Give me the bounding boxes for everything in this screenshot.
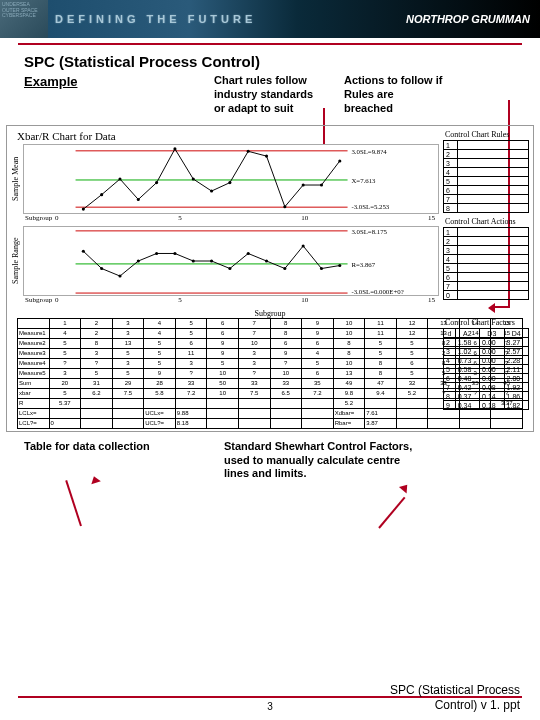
svg-point-31 bbox=[210, 260, 213, 263]
factors-box: Control Chart Factors dA2D3D421.580.003.… bbox=[443, 318, 529, 410]
svg-point-25 bbox=[100, 267, 103, 270]
annotation-table: Table for data collection bbox=[24, 440, 194, 481]
range-xaxis: Subgroup 051015 bbox=[11, 296, 439, 304]
brand-logo: NORTHROP GRUMMAN bbox=[406, 13, 530, 25]
annotation-rules: Chart rules follow industry standards or… bbox=[214, 74, 324, 115]
range-ylabel: Sample Range bbox=[11, 226, 23, 296]
svg-point-28 bbox=[155, 252, 158, 255]
svg-text:3.0SL=8.175: 3.0SL=8.175 bbox=[351, 228, 387, 235]
subtitle: Example bbox=[24, 74, 194, 115]
svg-point-30 bbox=[192, 260, 195, 263]
xbar-plot: 3.0SL=9.8?4 X=7.613 -3.0SL=5.253 bbox=[23, 144, 439, 214]
banner-tagline: DEFINING THE FUTURE bbox=[55, 13, 256, 25]
svg-point-26 bbox=[118, 275, 121, 278]
page-title: SPC (Statistical Process Control) bbox=[24, 53, 516, 70]
svg-point-6 bbox=[137, 198, 140, 201]
svg-point-9 bbox=[192, 178, 195, 181]
svg-point-14 bbox=[283, 205, 286, 208]
rules-box: Control Chart Rules 12345678 bbox=[443, 130, 529, 213]
arrow-factors bbox=[378, 497, 405, 529]
source-file: SPC (Statistical Process Control) v 1. p… bbox=[390, 683, 520, 712]
svg-point-3 bbox=[82, 208, 85, 211]
chart-title: Xbar/R Chart for Data bbox=[17, 130, 439, 142]
svg-point-13 bbox=[265, 155, 268, 158]
svg-point-33 bbox=[247, 252, 250, 255]
svg-text:X=7.613: X=7.613 bbox=[351, 177, 376, 184]
svg-point-8 bbox=[173, 148, 176, 151]
svg-point-29 bbox=[173, 252, 176, 255]
svg-point-38 bbox=[338, 264, 341, 267]
arrow-table bbox=[65, 480, 82, 526]
svg-text:-3.0SL=0.000E+0?: -3.0SL=0.000E+0? bbox=[351, 288, 403, 295]
arrow-factors-head bbox=[399, 482, 411, 494]
svg-point-34 bbox=[265, 260, 268, 263]
svg-point-35 bbox=[283, 267, 286, 270]
svg-point-12 bbox=[247, 150, 250, 153]
footer: 3 SPC (Statistical Process Control) v 1.… bbox=[0, 696, 540, 712]
svg-text:R=3.867: R=3.867 bbox=[351, 261, 375, 268]
banner-side-text: UNDERSEA OUTER SPACE CYBERSPACE bbox=[0, 0, 48, 38]
svg-point-5 bbox=[118, 178, 121, 181]
range-chart: Sample Range 3.0SL=8.175 R=3.867 -3.0SL=… bbox=[11, 226, 439, 296]
annotation-factors: Standard Shewhart Control Factors, used … bbox=[224, 440, 414, 481]
svg-point-4 bbox=[100, 193, 103, 196]
svg-point-15 bbox=[302, 184, 305, 187]
svg-point-7 bbox=[155, 181, 158, 184]
xbar-chart: Sample Mean 3.0SL=9.8?4 X=7.613 -3.0SL=5… bbox=[11, 144, 439, 214]
svg-point-36 bbox=[302, 245, 305, 248]
svg-point-16 bbox=[320, 184, 323, 187]
svg-text:3.0SL=9.8?4: 3.0SL=9.8?4 bbox=[351, 148, 387, 155]
arrow-table-head bbox=[89, 475, 101, 485]
svg-point-10 bbox=[210, 190, 213, 193]
svg-point-37 bbox=[320, 267, 323, 270]
svg-point-32 bbox=[228, 267, 231, 270]
range-plot: 3.0SL=8.175 R=3.867 -3.0SL=0.000E+0? bbox=[23, 226, 439, 296]
annotation-actions: Actions to follow if Rules are breached bbox=[344, 74, 444, 115]
actions-box: Control Chart Actions 12345670 bbox=[443, 217, 529, 300]
xbar-ylabel: Sample Mean bbox=[11, 144, 23, 214]
svg-point-24 bbox=[82, 250, 85, 253]
chart-container: Xbar/R Chart for Data Sample Mean 3.0SL=… bbox=[6, 125, 534, 432]
svg-text:-3.0SL=5.253: -3.0SL=5.253 bbox=[351, 203, 389, 210]
svg-point-27 bbox=[137, 260, 140, 263]
svg-point-17 bbox=[338, 160, 341, 163]
svg-point-11 bbox=[228, 181, 231, 184]
xbar-xaxis: Subgroup 051015 bbox=[11, 214, 439, 222]
brand-banner: UNDERSEA OUTER SPACE CYBERSPACE DEFINING… bbox=[0, 0, 540, 38]
